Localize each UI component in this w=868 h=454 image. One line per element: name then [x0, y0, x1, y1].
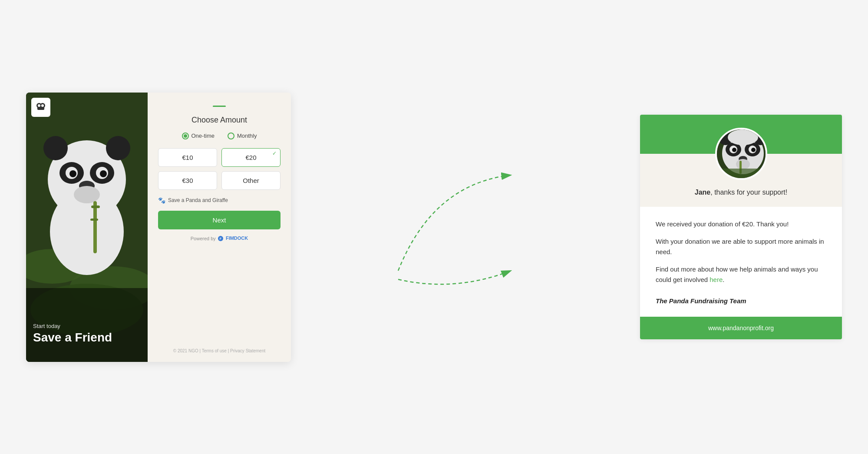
next-button[interactable]: Next: [158, 211, 281, 229]
monthly-option[interactable]: Monthly: [228, 133, 257, 139]
svg-point-36: [751, 148, 756, 152]
body-paragraph-3: Find out more about how we help animals …: [656, 264, 826, 285]
svg-rect-17: [91, 205, 100, 208]
signature-text: The Panda Fundraising Team: [656, 297, 746, 305]
svg-point-23: [38, 104, 40, 107]
email-body: We received your donation of €20. Thank …: [640, 207, 842, 297]
body-paragraph-2: With your donation we are able to suppor…: [656, 236, 826, 257]
svg-point-14: [43, 136, 68, 160]
link-suffix: .: [723, 276, 724, 283]
svg-point-15: [106, 136, 130, 160]
greeting-suffix: , thanks for your support!: [710, 189, 787, 196]
amount-grid: €10 €20 €30 Other: [158, 148, 281, 190]
svg-rect-16: [93, 201, 97, 253]
powered-by: Powered by F FIMDOCK: [191, 235, 248, 242]
form-title: Choose Amount: [191, 116, 247, 125]
svg-point-10: [69, 170, 76, 177]
svg-point-24: [41, 104, 44, 107]
payment-type-row: One-time Monthly: [182, 133, 257, 139]
powered-by-brand: F FIMDOCK: [218, 235, 248, 242]
widget-image-panel: Start today Save a Friend: [26, 93, 148, 362]
main-container: Start today Save a Friend Choose Amount …: [17, 9, 851, 445]
amount-30-button[interactable]: €30: [158, 171, 217, 190]
svg-point-35: [732, 148, 736, 152]
widget-tagline: Start today Save a Friend: [33, 323, 112, 345]
svg-text:F: F: [220, 237, 222, 240]
monthly-label: Monthly: [237, 133, 257, 139]
here-link[interactable]: here: [710, 276, 723, 283]
body-paragraph-1: We received your donation of €20. Thank …: [656, 219, 826, 229]
email-avatar-section: [640, 154, 842, 189]
monthly-radio[interactable]: [228, 133, 234, 139]
email-card: Jane, thanks for your support! We receiv…: [640, 115, 842, 339]
widget-form-panel: Choose Amount One-time Monthly €10 €20 €…: [148, 93, 291, 362]
amount-20-button[interactable]: €20: [221, 148, 281, 167]
widget-logo: [31, 98, 50, 117]
svg-rect-18: [90, 219, 98, 221]
svg-point-42: [728, 129, 758, 145]
powered-by-prefix: Powered by: [191, 236, 216, 241]
one-time-radio[interactable]: [182, 133, 189, 139]
amount-other-button[interactable]: Other: [221, 171, 281, 190]
donation-widget: Start today Save a Friend Choose Amount …: [26, 93, 291, 362]
svg-rect-22: [37, 106, 44, 110]
avatar: [715, 128, 767, 180]
svg-point-13: [74, 186, 100, 203]
charity-label-text: Save a Panda and Giraffe: [168, 197, 228, 203]
start-today-label: Start today: [33, 323, 112, 329]
svg-point-11: [100, 170, 107, 177]
form-footer: © 2021 NGO | Terms of use | Privacy Stat…: [173, 348, 265, 353]
one-time-label: One-time: [191, 133, 215, 139]
arrow-container: [291, 9, 640, 445]
charity-icon: 🐾: [158, 197, 165, 204]
body-paragraph-3-text: Find out more about how we help animals …: [656, 265, 818, 283]
one-time-option[interactable]: One-time: [182, 133, 215, 139]
amount-10-button[interactable]: €10: [158, 148, 217, 167]
email-signature: The Panda Fundraising Team: [640, 297, 842, 317]
svg-point-38: [736, 159, 750, 169]
charity-label: 🐾 Save a Panda and Giraffe: [158, 197, 281, 204]
email-greeting: Jane, thanks for your support!: [640, 189, 842, 207]
email-footer: www.pandanonprofit.org: [640, 317, 842, 339]
form-divider: [213, 106, 226, 107]
svg-rect-43: [717, 169, 767, 180]
greeting-name: Jane: [695, 189, 710, 196]
footer-url: www.pandanonprofit.org: [708, 325, 774, 331]
save-friend-label: Save a Friend: [33, 331, 112, 345]
